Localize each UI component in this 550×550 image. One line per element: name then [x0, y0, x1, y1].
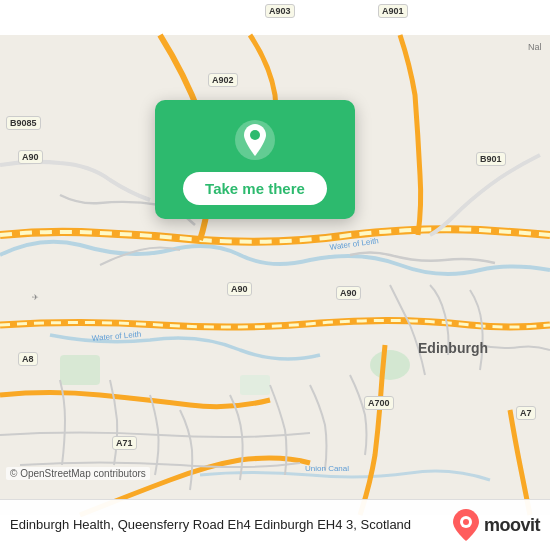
address-info: Edinburgh Health, Queensferry Road Eh4 E…: [10, 515, 442, 534]
bottom-bar: Edinburgh Health, Queensferry Road Eh4 E…: [0, 499, 550, 550]
take-me-there-button[interactable]: Take me there: [183, 172, 327, 205]
road-badge-a90-3: A90: [227, 282, 252, 296]
moovit-logo: moovit: [452, 508, 540, 542]
road-badge-a903: A903: [265, 4, 295, 18]
road-badge-a7: A7: [516, 406, 536, 420]
svg-rect-2: [60, 355, 100, 385]
location-pin-icon: [233, 118, 277, 162]
road-badge-a700: A700: [364, 396, 394, 410]
svg-point-13: [463, 519, 469, 525]
map-container: Edinburgh Water of Leith Water of Leith …: [0, 0, 550, 550]
moovit-pin-icon: [452, 508, 480, 542]
svg-rect-3: [240, 375, 270, 395]
road-badge-a90-4: A90: [336, 286, 361, 300]
svg-text:✈: ✈: [32, 293, 39, 302]
svg-text:Edinburgh: Edinburgh: [418, 340, 488, 356]
svg-text:Union Canal: Union Canal: [305, 464, 349, 473]
road-badge-a71: A71: [112, 436, 137, 450]
road-badge-a901: A901: [378, 4, 408, 18]
map-attribution: © OpenStreetMap contributors: [6, 467, 150, 480]
svg-point-1: [370, 350, 410, 380]
moovit-brand-text: moovit: [484, 515, 540, 536]
road-badge-b901: B901: [476, 152, 506, 166]
location-card: Take me there: [155, 100, 355, 219]
road-badge-b9085: B9085: [6, 116, 41, 130]
road-badge-a8: A8: [18, 352, 38, 366]
road-badge-a902: A902: [208, 73, 238, 87]
svg-point-11: [250, 130, 260, 140]
road-badge-a90-1: A90: [18, 150, 43, 164]
svg-text:Nal: Nal: [528, 42, 542, 52]
address-text: Edinburgh Health, Queensferry Road Eh4 E…: [10, 517, 411, 532]
